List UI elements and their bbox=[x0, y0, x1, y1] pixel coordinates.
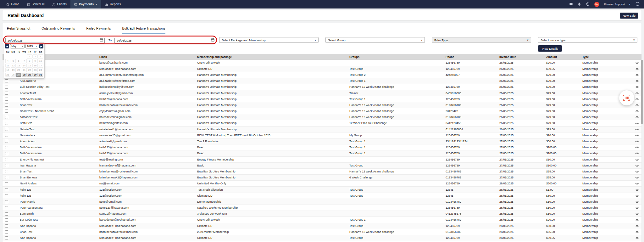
group-select[interactable]: Select Group ▾ bbox=[325, 37, 425, 43]
eye-icon[interactable] bbox=[635, 92, 639, 95]
chat-icon[interactable] bbox=[569, 2, 573, 7]
cell-type: Membership bbox=[582, 175, 633, 181]
eye-icon[interactable] bbox=[635, 140, 639, 143]
row-checkbox[interactable] bbox=[5, 158, 8, 161]
eye-icon[interactable] bbox=[635, 110, 639, 113]
eye-icon[interactable] bbox=[635, 68, 639, 70]
row-checkbox[interactable] bbox=[5, 164, 8, 167]
prev-month-icon[interactable]: ◀ bbox=[5, 44, 9, 48]
eye-icon[interactable] bbox=[635, 176, 639, 179]
nav-item-schedule[interactable]: Schedule bbox=[23, 0, 49, 8]
eye-icon[interactable] bbox=[635, 206, 639, 209]
row-checkbox[interactable] bbox=[5, 200, 8, 203]
row-checkbox[interactable] bbox=[5, 116, 8, 119]
row-checkbox[interactable] bbox=[5, 98, 8, 101]
filter-type-select[interactable]: Filter Type ∨ bbox=[432, 37, 531, 43]
eye-icon[interactable] bbox=[635, 86, 639, 88]
eye-icon[interactable] bbox=[635, 225, 639, 228]
nav-item-payments[interactable]: Payments ▼ bbox=[70, 0, 101, 8]
eye-icon[interactable] bbox=[635, 194, 639, 197]
nav-item-reports[interactable]: Reports bbox=[101, 0, 125, 8]
bell-icon[interactable] bbox=[578, 2, 581, 7]
row-checkbox[interactable] bbox=[5, 194, 8, 197]
package-membership-select[interactable]: Select Package and Membership ▾ bbox=[219, 37, 319, 43]
row-checkbox[interactable] bbox=[5, 188, 8, 191]
eye-icon[interactable] bbox=[635, 134, 639, 137]
cell-name: Adem Adem bbox=[20, 138, 99, 144]
eye-icon[interactable] bbox=[635, 80, 639, 82]
eye-icon[interactable] bbox=[635, 152, 639, 155]
calendar-day[interactable]: 30 bbox=[32, 73, 37, 77]
eye-icon[interactable] bbox=[635, 219, 639, 222]
row-checkbox[interactable] bbox=[5, 218, 8, 222]
month-select[interactable]: May ∨ bbox=[10, 44, 25, 48]
clock-icon[interactable] bbox=[586, 2, 590, 7]
cell-checkbox bbox=[3, 168, 20, 174]
calendar-day[interactable]: 27 bbox=[16, 73, 21, 77]
row-checkbox[interactable] bbox=[5, 122, 8, 125]
scrollbar-thumb[interactable] bbox=[641, 60, 643, 124]
calendar-day[interactable]: 31 bbox=[38, 73, 43, 77]
next-month-icon[interactable]: ▶ bbox=[39, 44, 43, 48]
row-checkbox[interactable] bbox=[5, 110, 8, 113]
eye-icon[interactable] bbox=[635, 74, 639, 76]
eye-icon[interactable] bbox=[635, 128, 639, 131]
row-checkbox[interactable] bbox=[5, 206, 8, 209]
cell-phone: 123456789 bbox=[446, 150, 499, 156]
year-select[interactable]: 2025 ∨ bbox=[25, 44, 38, 48]
row-checkbox[interactable] bbox=[5, 128, 8, 131]
select-placeholder: Select Group bbox=[328, 38, 345, 42]
calendar-day[interactable]: 29 bbox=[27, 73, 32, 77]
row-checkbox[interactable] bbox=[5, 79, 8, 82]
eye-icon[interactable] bbox=[635, 164, 639, 167]
table-row: Brian Benoza brian.benoza+2@hapana.com B… bbox=[3, 175, 641, 181]
row-checkbox[interactable] bbox=[5, 86, 8, 89]
row-checkbox[interactable] bbox=[5, 212, 8, 216]
calendar-day[interactable]: 28 bbox=[22, 73, 27, 77]
barcode-scan-button[interactable] bbox=[619, 90, 634, 105]
eye-icon[interactable] bbox=[635, 182, 639, 185]
eye-icon[interactable] bbox=[635, 170, 639, 173]
eye-icon[interactable] bbox=[635, 122, 639, 125]
invoice-type-select[interactable]: Select invoice type ∨ bbox=[538, 37, 637, 43]
eye-icon[interactable] bbox=[635, 212, 639, 215]
tab-failed-payments[interactable]: Failed Payments bbox=[86, 26, 111, 34]
nav-item-home[interactable]: Home bbox=[3, 0, 23, 8]
tab-bulk-edit-future-transactions[interactable]: Bulk Edit Future Transactions bbox=[122, 26, 165, 34]
row-checkbox[interactable] bbox=[5, 152, 8, 155]
eye-icon[interactable] bbox=[635, 189, 639, 191]
eye-icon[interactable] bbox=[635, 98, 639, 101]
eye-icon[interactable] bbox=[635, 104, 639, 107]
cell-type: Membership bbox=[582, 114, 633, 120]
eye-icon[interactable] bbox=[635, 237, 639, 239]
row-checkbox[interactable] bbox=[5, 140, 8, 143]
row-checkbox[interactable] bbox=[5, 104, 8, 107]
row-checkbox[interactable] bbox=[5, 230, 8, 234]
eye-icon[interactable] bbox=[635, 158, 639, 161]
arrow-circle-icon[interactable] bbox=[636, 2, 640, 7]
row-checkbox[interactable] bbox=[5, 134, 8, 137]
date-to-input[interactable] bbox=[114, 38, 216, 43]
row-checkbox[interactable] bbox=[5, 182, 8, 185]
eye-icon[interactable] bbox=[635, 231, 639, 234]
account-menu[interactable]: Fitness Support... ▼ bbox=[604, 3, 631, 6]
avatar[interactable]: Nm bbox=[594, 2, 599, 7]
row-checkbox[interactable] bbox=[5, 224, 8, 228]
cell-group: Test Group bbox=[349, 187, 446, 193]
row-checkbox[interactable] bbox=[5, 146, 8, 149]
eye-icon[interactable] bbox=[635, 116, 639, 119]
row-checkbox[interactable] bbox=[5, 92, 8, 95]
row-checkbox[interactable] bbox=[5, 170, 8, 173]
cell-actions bbox=[633, 229, 641, 235]
tab-retail-snapshot[interactable]: Retail Snapshot bbox=[7, 26, 30, 34]
cell-group: Test Group bbox=[349, 162, 446, 168]
row-checkbox[interactable] bbox=[5, 176, 8, 179]
nav-item-clients[interactable]: Clients bbox=[48, 0, 70, 8]
row-checkbox[interactable] bbox=[5, 236, 8, 239]
eye-icon[interactable] bbox=[635, 146, 639, 149]
new-sale-button[interactable]: New Sale bbox=[620, 13, 638, 19]
eye-icon[interactable] bbox=[635, 200, 639, 203]
eye-icon[interactable] bbox=[635, 61, 639, 64]
tab-outstanding-payments[interactable]: Outstanding Payments bbox=[42, 26, 75, 34]
view-details-button[interactable]: View Details bbox=[538, 45, 562, 52]
